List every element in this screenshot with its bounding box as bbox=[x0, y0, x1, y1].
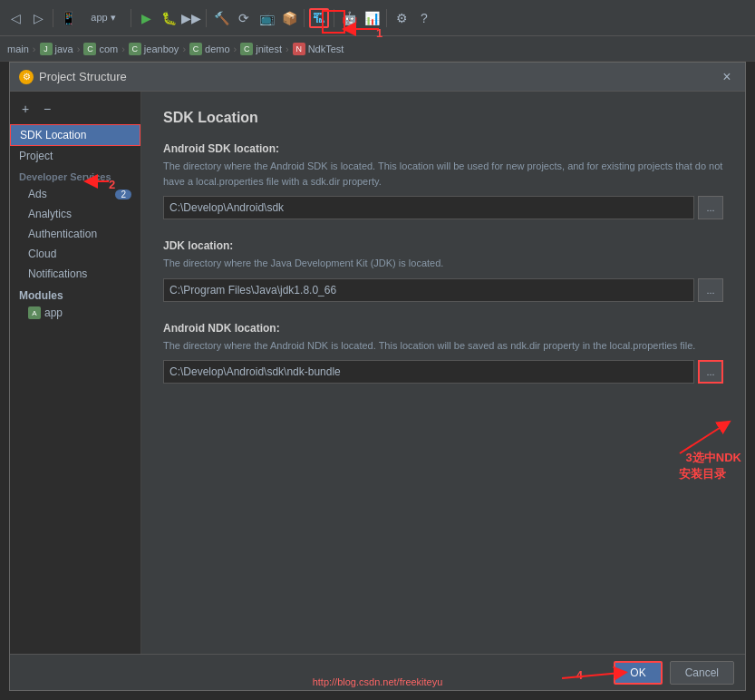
ads-badge: 2 bbox=[115, 190, 131, 199]
toolbar-icon-help[interactable]: ? bbox=[414, 8, 434, 28]
breadcrumb-demo-label: demo bbox=[205, 44, 230, 54]
toolbar-icon-gradle[interactable]: 🔨 bbox=[211, 8, 231, 28]
toolbar-icon-forward[interactable]: ▷ bbox=[28, 8, 48, 28]
jdk-desc: The directory where the Java Development… bbox=[163, 256, 723, 271]
jnitest-icon: C bbox=[240, 43, 253, 55]
sidebar: + − SDK Location Project Developer Servi… bbox=[10, 92, 141, 654]
com-icon: C bbox=[83, 43, 96, 55]
android-sdk-desc: The directory where the Android SDK is l… bbox=[163, 159, 723, 189]
dialog-body: + − SDK Location Project Developer Servi… bbox=[10, 92, 745, 654]
toolbar-icon-sdk-manager[interactable]: 📦 bbox=[279, 8, 299, 28]
breadcrumb-main[interactable]: main bbox=[7, 44, 29, 54]
breadcrumb-sep-1: › bbox=[33, 44, 36, 54]
ndk-heading: Android NDK location: bbox=[163, 322, 723, 335]
project-structure-dialog: ⚙ Project Structure × + − SDK Location P… bbox=[9, 62, 746, 691]
toolbar-icon-project-structure[interactable]: 🏗 bbox=[309, 8, 329, 28]
breadcrumb-demo[interactable]: C demo bbox=[189, 43, 230, 55]
sidebar-item-authentication[interactable]: Authentication bbox=[10, 224, 140, 244]
sidebar-item-analytics[interactable]: Analytics bbox=[10, 204, 140, 224]
add-button[interactable]: + bbox=[17, 101, 34, 117]
toolbar-icon-debug[interactable]: 🐛 bbox=[159, 8, 179, 28]
dialog-title-text: Project Structure bbox=[39, 70, 127, 83]
breadcrumb-jnitest-label: jnitest bbox=[256, 44, 282, 54]
ads-label: Ads bbox=[28, 188, 47, 200]
jdk-path-input[interactable] bbox=[163, 278, 694, 302]
android-sdk-heading: Android SDK location: bbox=[163, 142, 723, 155]
jdk-heading: JDK location: bbox=[163, 239, 723, 252]
breadcrumb-com[interactable]: C com bbox=[83, 43, 118, 55]
breadcrumb-ndktest-label: NdkTest bbox=[308, 44, 344, 54]
close-button[interactable]: × bbox=[718, 68, 736, 86]
breadcrumb-sep-5: › bbox=[234, 44, 237, 54]
ndktest-icon: N bbox=[293, 43, 305, 55]
ndk-section: Android NDK location: The directory wher… bbox=[163, 322, 723, 384]
ndk-desc: The directory where the Android NDK is l… bbox=[163, 338, 723, 354]
android-sdk-section: Android SDK location: The directory wher… bbox=[163, 142, 723, 219]
breadcrumb-java[interactable]: J java bbox=[40, 43, 73, 55]
sdk-location-label: SDK Location bbox=[20, 129, 86, 141]
cancel-button[interactable]: Cancel bbox=[670, 661, 734, 685]
breadcrumb-jnitest[interactable]: C jnitest bbox=[240, 43, 282, 55]
sidebar-item-app[interactable]: A app bbox=[10, 304, 140, 322]
toolbar-separator-5 bbox=[334, 9, 334, 27]
developer-services-section: Developer Services bbox=[10, 166, 140, 184]
sidebar-item-sdk-location[interactable]: SDK Location bbox=[10, 124, 140, 146]
jdk-browse-button[interactable]: ... bbox=[698, 278, 723, 302]
toolbar-icon-app-selector[interactable]: app ▾ bbox=[81, 8, 126, 28]
jdk-section: JDK location: The directory where the Ja… bbox=[163, 239, 723, 302]
android-sdk-browse-button[interactable]: ... bbox=[698, 196, 723, 219]
android-sdk-path-input[interactable] bbox=[163, 196, 694, 219]
sidebar-item-ads[interactable]: Ads 2 bbox=[10, 184, 140, 204]
toolbar-icon-android-monitor[interactable]: 🤖 bbox=[339, 8, 359, 28]
dialog-title-icon: ⚙ bbox=[19, 70, 34, 84]
cloud-label: Cloud bbox=[28, 248, 56, 260]
breadcrumb-sep-2: › bbox=[77, 44, 81, 54]
toolbar-icon-back[interactable]: ◁ bbox=[5, 8, 25, 28]
notifications-label: Notifications bbox=[28, 267, 87, 280]
project-label: Project bbox=[19, 150, 53, 162]
analytics-label: Analytics bbox=[28, 208, 72, 220]
toolbar-icon-sync[interactable]: ⟳ bbox=[234, 8, 254, 28]
java-icon: J bbox=[40, 43, 53, 55]
breadcrumb-bar: main › J java › C com › C jeanboy › C de… bbox=[0, 36, 755, 62]
toolbar-separator-6 bbox=[386, 9, 387, 27]
sidebar-actions: + − bbox=[10, 97, 140, 124]
dialog-titlebar: ⚙ Project Structure × bbox=[10, 63, 745, 92]
jeanboy-icon: C bbox=[129, 43, 141, 55]
dialog-footer: OK Cancel bbox=[10, 654, 745, 690]
toolbar-separator-1 bbox=[53, 9, 53, 27]
toolbar-icon-coverage[interactable]: ▶▶ bbox=[181, 8, 201, 28]
remove-button[interactable]: − bbox=[39, 101, 55, 117]
sidebar-item-project[interactable]: Project bbox=[10, 146, 140, 166]
breadcrumb-jeanboy[interactable]: C jeanboy bbox=[129, 43, 179, 55]
breadcrumb-sep-3: › bbox=[121, 44, 125, 54]
ok-button[interactable]: OK bbox=[614, 661, 662, 685]
toolbar-separator-3 bbox=[206, 9, 207, 27]
android-sdk-input-row: ... bbox=[163, 196, 723, 219]
breadcrumb-jeanboy-label: jeanboy bbox=[144, 44, 179, 54]
toolbar-icon-settings[interactable]: ⚙ bbox=[392, 8, 411, 28]
app-label: app bbox=[44, 306, 63, 319]
demo-icon: C bbox=[189, 43, 202, 55]
breadcrumb-ndktest[interactable]: N NdkTest bbox=[293, 43, 344, 55]
toolbar-icon-avd[interactable]: 📺 bbox=[257, 8, 276, 28]
sidebar-item-notifications[interactable]: Notifications bbox=[10, 264, 140, 284]
jdk-input-row: ... bbox=[163, 278, 723, 302]
dialog-title: ⚙ Project Structure bbox=[19, 70, 127, 84]
modules-section: Modules bbox=[10, 284, 140, 304]
toolbar-icon-device[interactable]: 📱 bbox=[58, 8, 78, 28]
toolbar-icon-ddms[interactable]: 📊 bbox=[362, 8, 382, 28]
content-title: SDK Location bbox=[163, 110, 723, 126]
toolbar-icon-run[interactable]: ▶ bbox=[136, 8, 156, 28]
ndk-browse-button[interactable]: ... bbox=[698, 360, 723, 384]
app-icon: A bbox=[28, 306, 41, 319]
breadcrumb-main-label: main bbox=[7, 44, 29, 54]
authentication-label: Authentication bbox=[28, 228, 97, 240]
breadcrumb-sep-4: › bbox=[182, 44, 186, 54]
toolbar-separator-2 bbox=[131, 9, 131, 27]
sidebar-item-cloud[interactable]: Cloud bbox=[10, 244, 140, 264]
breadcrumb-sep-6: › bbox=[286, 44, 289, 54]
ndk-path-input[interactable] bbox=[163, 360, 694, 384]
toolbar: ◁ ▷ 📱 app ▾ ▶ 🐛 ▶▶ 🔨 ⟳ 📺 📦 🏗 🤖 📊 ⚙ ? bbox=[0, 0, 755, 36]
content-area: SDK Location Android SDK location: The d… bbox=[141, 92, 745, 654]
